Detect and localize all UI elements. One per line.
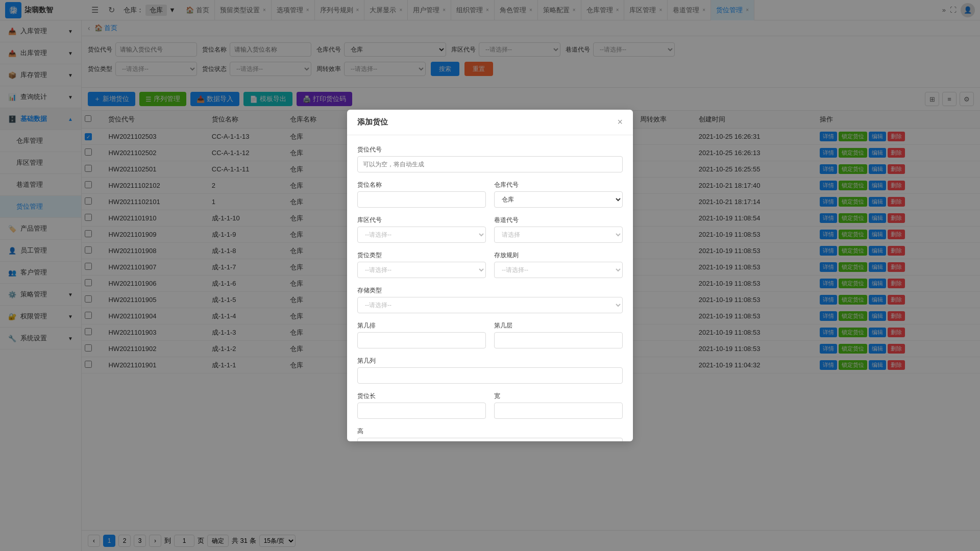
- form-cargo-type-select[interactable]: --请选择--: [357, 262, 486, 278]
- modal-row-5: 存储类型 --请选择--: [357, 286, 623, 313]
- form-group-aisle: 巷道代号 请选择: [494, 216, 623, 243]
- modal-row-3: 库区代号 --请选择-- 巷道代号 请选择: [357, 216, 623, 243]
- modal-close-button[interactable]: ×: [617, 117, 623, 128]
- form-height-input[interactable]: [357, 438, 623, 441]
- modal-row-6: 第几排 第几层: [357, 321, 623, 348]
- form-length-input[interactable]: [357, 403, 486, 419]
- modal-row-7: 第几列: [357, 357, 623, 384]
- form-group-name: 货位名称: [357, 181, 486, 208]
- form-group-width: 宽: [494, 392, 623, 419]
- form-row-input[interactable]: [357, 332, 486, 348]
- form-group-cargo-type: 货位类型 --请选择--: [357, 251, 486, 278]
- form-group-col: 第几列: [357, 357, 623, 384]
- form-store-type-select[interactable]: --请选择--: [357, 297, 623, 313]
- form-group-store-type: 存储类型 --请选择--: [357, 286, 623, 313]
- modal-header: 添加货位 ×: [347, 110, 633, 135]
- form-width-input[interactable]: [494, 403, 623, 419]
- form-code-input[interactable]: [357, 156, 623, 172]
- form-group-layer: 第几层: [494, 321, 623, 348]
- form-group-warehouse: 仓库代号 仓库: [494, 181, 623, 208]
- form-group-code: 货位代号: [357, 145, 623, 172]
- form-name-input[interactable]: [357, 191, 486, 208]
- form-col-label: 第几列: [357, 357, 623, 365]
- form-group-length: 货位长: [357, 392, 486, 419]
- form-group-zone: 库区代号 --请选择--: [357, 216, 486, 243]
- form-warehouse-label: 仓库代号: [494, 181, 623, 189]
- modal-body: 货位代号 货位名称 仓库代号 仓库: [347, 135, 633, 441]
- form-height-label: 高: [357, 427, 623, 436]
- form-cargo-type-label: 货位类型: [357, 251, 486, 260]
- modal-overlay[interactable]: 添加货位 × 货位代号 货位名称 仓库代号 仓库: [0, 0, 980, 551]
- form-group-store-rule: 存放规则 --请选择--: [494, 251, 623, 278]
- form-store-rule-select[interactable]: --请选择--: [494, 262, 623, 278]
- form-zone-label: 库区代号: [357, 216, 486, 224]
- form-aisle-label: 巷道代号: [494, 216, 623, 224]
- add-location-modal: 添加货位 × 货位代号 货位名称 仓库代号 仓库: [347, 110, 633, 441]
- form-layer-input[interactable]: [494, 332, 623, 348]
- form-layer-label: 第几层: [494, 321, 623, 330]
- modal-row-8: 货位长 宽: [357, 392, 623, 419]
- form-row-label: 第几排: [357, 321, 486, 330]
- form-name-label: 货位名称: [357, 181, 486, 189]
- modal-row-1: 货位代号: [357, 145, 623, 172]
- form-col-input[interactable]: [357, 367, 623, 384]
- form-zone-select[interactable]: --请选择--: [357, 227, 486, 243]
- form-store-rule-label: 存放规则: [494, 251, 623, 260]
- form-aisle-select[interactable]: 请选择: [494, 227, 623, 243]
- form-length-label: 货位长: [357, 392, 486, 400]
- modal-row-2: 货位名称 仓库代号 仓库: [357, 181, 623, 208]
- form-group-row: 第几排: [357, 321, 486, 348]
- form-group-height: 高: [357, 427, 623, 441]
- modal-title: 添加货位: [357, 117, 388, 127]
- form-code-label: 货位代号: [357, 145, 623, 154]
- form-width-label: 宽: [494, 392, 623, 400]
- form-store-type-label: 存储类型: [357, 286, 623, 295]
- modal-row-4: 货位类型 --请选择-- 存放规则 --请选择--: [357, 251, 623, 278]
- form-warehouse-select[interactable]: 仓库: [494, 191, 623, 208]
- modal-row-9: 高: [357, 427, 623, 441]
